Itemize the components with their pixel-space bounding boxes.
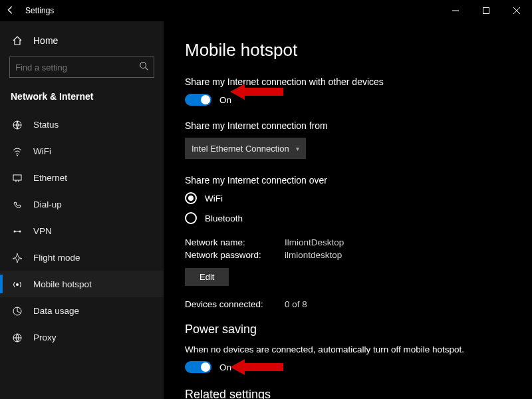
search-input[interactable] xyxy=(9,57,154,78)
sidebar-item-label: WiFi xyxy=(33,146,51,156)
chevron-down-icon: ▾ xyxy=(296,145,299,152)
nav-list: Status WiFi Ethernet Dial-up VPN xyxy=(0,111,164,399)
radio-bt-label: Bluetooth xyxy=(205,213,243,223)
sidebar-item-status[interactable]: Status xyxy=(0,111,164,138)
sidebar-item-label: Status xyxy=(33,120,59,130)
sidebar-item-datausage[interactable]: Data usage xyxy=(0,297,164,324)
proxy-icon xyxy=(11,332,24,343)
power-saving-heading: Power saving xyxy=(185,323,511,336)
sidebar-item-vpn[interactable]: VPN xyxy=(0,217,164,244)
power-saving-description: When no devices are connected, automatic… xyxy=(185,344,464,354)
window-controls xyxy=(440,0,532,21)
window-title: Settings xyxy=(21,6,54,15)
vpn-icon xyxy=(11,225,24,237)
airplane-icon xyxy=(11,252,24,263)
svg-point-15 xyxy=(16,283,19,286)
ethernet-icon xyxy=(11,172,24,184)
sidebar-item-proxy[interactable]: Proxy xyxy=(0,324,164,350)
search-icon xyxy=(139,61,148,73)
maximize-button[interactable] xyxy=(471,0,501,21)
page-title: Mobile hotspot xyxy=(185,40,511,61)
home-icon xyxy=(11,35,24,46)
sidebar-item-label: Proxy xyxy=(33,332,57,342)
network-password-value: ilmiontdesktop xyxy=(285,250,342,260)
share-from-value: Intel Ethernet Connection xyxy=(192,144,289,154)
network-name-value: IlmiontDesktop xyxy=(285,237,344,247)
radio-wifi[interactable]: WiFi xyxy=(185,192,511,204)
home-button[interactable]: Home xyxy=(0,29,164,51)
annotation-arrow-icon xyxy=(230,81,283,102)
svg-point-4 xyxy=(140,63,146,68)
share-from-label: Share my Internet connection from xyxy=(185,120,511,131)
sidebar-item-label: Data usage xyxy=(33,306,79,316)
radio-wifi-label: WiFi xyxy=(205,194,223,203)
home-label: Home xyxy=(33,35,58,46)
sidebar-item-label: Dial-up xyxy=(33,200,62,209)
svg-rect-9 xyxy=(13,175,21,180)
radio-icon xyxy=(185,212,197,224)
radio-bluetooth[interactable]: Bluetooth xyxy=(185,212,511,224)
back-button[interactable] xyxy=(0,5,21,17)
search-field[interactable] xyxy=(15,63,139,72)
minimize-button[interactable] xyxy=(440,0,471,21)
svg-rect-1 xyxy=(483,8,489,14)
status-icon xyxy=(11,119,24,130)
annotation-arrow-icon xyxy=(230,356,283,378)
sidebar-item-ethernet[interactable]: Ethernet xyxy=(0,164,164,191)
edit-button[interactable]: Edit xyxy=(185,268,229,286)
svg-line-5 xyxy=(146,68,148,70)
sidebar-item-dialup[interactable]: Dial-up xyxy=(0,191,164,217)
close-button[interactable] xyxy=(501,0,532,21)
titlebar: Settings xyxy=(0,0,532,21)
share-toggle[interactable] xyxy=(185,94,211,106)
sidebar-item-label: Mobile hotspot xyxy=(33,279,92,289)
network-password-key: Network password: xyxy=(185,250,285,260)
sidebar-item-label: Ethernet xyxy=(33,173,67,183)
wifi-icon xyxy=(11,146,24,157)
sidebar-item-flightmode[interactable]: Flight mode xyxy=(0,244,164,271)
radio-icon-selected xyxy=(185,192,197,204)
svg-point-8 xyxy=(17,155,18,156)
related-settings-heading: Related settings xyxy=(185,388,511,399)
sidebar: Home Network & Internet Status WiFi xyxy=(0,21,164,399)
sidebar-item-label: VPN xyxy=(33,226,52,236)
svg-marker-19 xyxy=(230,84,283,100)
category-heading: Network & Internet xyxy=(0,87,164,111)
share-from-dropdown[interactable]: Intel Ethernet Connection ▾ xyxy=(185,138,306,159)
content-pane: Mobile hotspot Share my Internet connect… xyxy=(164,21,532,399)
sidebar-item-label: Flight mode xyxy=(33,253,80,263)
sidebar-item-wifi[interactable]: WiFi xyxy=(0,138,164,164)
sidebar-item-hotspot[interactable]: Mobile hotspot xyxy=(0,271,164,297)
svg-marker-20 xyxy=(230,359,283,375)
share-over-label: Share my Internet connection over xyxy=(185,175,511,186)
power-toggle[interactable] xyxy=(185,361,211,373)
devices-connected-key: Devices connected: xyxy=(185,299,285,309)
hotspot-icon xyxy=(11,279,24,290)
devices-connected-value: 0 of 8 xyxy=(285,299,307,309)
dialup-icon xyxy=(11,199,24,210)
data-icon xyxy=(11,305,24,317)
network-name-key: Network name: xyxy=(185,237,285,247)
